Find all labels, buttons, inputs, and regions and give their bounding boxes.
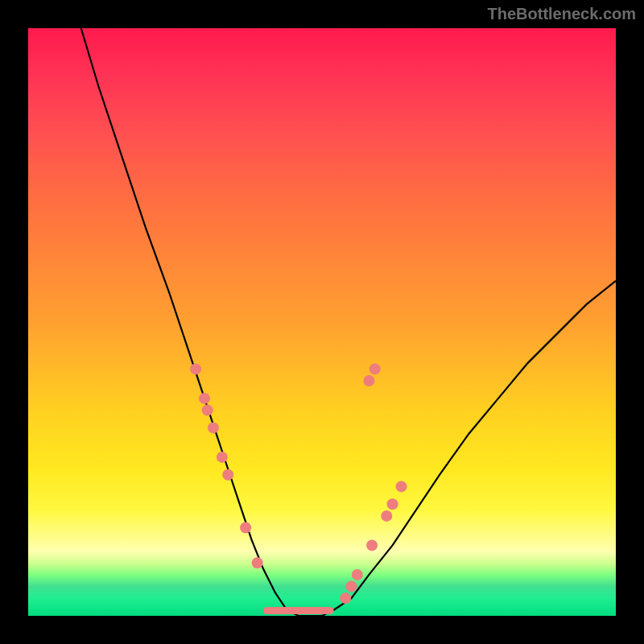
svg-point-4 xyxy=(208,422,219,433)
svg-point-11 xyxy=(352,569,363,580)
svg-point-9 xyxy=(340,592,351,604)
svg-point-16 xyxy=(363,375,374,386)
svg-point-7 xyxy=(240,522,251,534)
watermark-text: TheBottleneck.com xyxy=(488,5,636,23)
chart-svg xyxy=(28,28,616,616)
svg-point-17 xyxy=(369,363,381,374)
scatter-points-right xyxy=(340,363,407,604)
svg-point-1 xyxy=(190,363,201,374)
svg-point-3 xyxy=(202,405,213,416)
svg-point-15 xyxy=(396,481,407,492)
svg-point-5 xyxy=(217,452,228,463)
svg-point-12 xyxy=(366,539,378,551)
bottleneck-curve xyxy=(81,28,616,616)
chart-container: TheBottleneck.com xyxy=(0,0,644,644)
svg-point-10 xyxy=(346,581,357,592)
svg-point-13 xyxy=(381,510,392,522)
flat-bottom-band xyxy=(263,607,334,614)
svg-point-2 xyxy=(199,393,210,404)
svg-rect-0 xyxy=(263,607,334,614)
svg-point-8 xyxy=(252,557,263,568)
svg-point-14 xyxy=(387,498,398,510)
svg-point-6 xyxy=(222,469,233,481)
plot-area xyxy=(28,28,616,616)
